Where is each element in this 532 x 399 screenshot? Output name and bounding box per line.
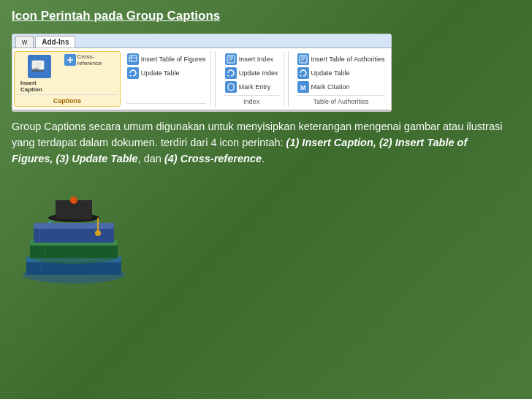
mark-entry-label: Mark Entry <box>239 83 271 91</box>
update-table-figures-button[interactable]: Update Table <box>125 66 208 80</box>
page-title: Icon Perintah pada Group Captions <box>12 9 520 23</box>
update-table-figures-label: Update Table <box>141 69 180 77</box>
group-separator-1 <box>215 51 216 107</box>
insert-caption-icon: ABC <box>28 55 51 78</box>
svg-point-33 <box>70 197 77 204</box>
cross-reference-icon <box>64 54 76 66</box>
insert-index-label: Insert Index <box>239 56 273 63</box>
tab-w[interactable]: w <box>15 36 34 48</box>
update-index-button[interactable]: Update Index <box>223 66 281 80</box>
insert-toa-label: Insert Table of Authorities <box>311 56 385 63</box>
item-4: (4) Cross-reference <box>164 153 262 164</box>
page-container: Icon Perintah pada Group Captions w Add-… <box>0 0 532 399</box>
svg-marker-14 <box>227 75 229 77</box>
svg-rect-15 <box>300 56 307 63</box>
insert-table-figures-icon <box>127 53 139 65</box>
group-toa: Insert Table of Authorities Update Table <box>292 51 390 107</box>
ribbon-tabs: w Add-Ins <box>12 34 391 48</box>
svg-marker-9 <box>129 75 132 77</box>
group-table-figures: Insert Table of Figures Update Table <box>122 51 212 107</box>
period: . <box>262 153 265 164</box>
insert-table-figures-label: Insert Table of Figures <box>141 56 206 63</box>
cross-reference-label: Cross-reference <box>77 53 117 66</box>
svg-rect-6 <box>129 56 137 61</box>
tof-group-label <box>126 103 207 105</box>
update-index-label: Update Index <box>239 69 278 77</box>
svg-text:M: M <box>300 84 306 91</box>
toa-content: Insert Table of Authorities Update Table <box>295 53 387 95</box>
tof-content: Insert Table of Figures Update Table <box>125 53 208 103</box>
svg-point-32 <box>95 230 101 236</box>
mark-entry-button[interactable]: Mark Entry <box>223 80 281 94</box>
update-index-icon <box>225 67 237 79</box>
svg-rect-28 <box>34 223 114 229</box>
mark-citation-label: Mark Citation <box>311 83 350 91</box>
description-text: Group Captions secara umum digunakan unt… <box>12 119 509 167</box>
ribbon-body: ABC Insert Caption <box>12 48 391 111</box>
book-image <box>12 180 129 297</box>
book-svg <box>12 180 136 289</box>
update-toa-button[interactable]: Update Table <box>295 66 387 80</box>
insert-index-button[interactable]: Insert Index <box>223 53 281 66</box>
mark-citation-button[interactable]: M Mark Citation <box>295 80 387 94</box>
toa-group-label: Table of Authorities <box>297 95 385 105</box>
insert-index-icon <box>225 53 237 65</box>
svg-marker-19 <box>300 75 302 77</box>
cross-reference-button[interactable]: Cross-reference <box>64 53 117 66</box>
update-table-figures-icon <box>127 67 139 79</box>
svg-rect-10 <box>227 56 235 63</box>
connector: , dan <box>138 153 164 164</box>
mark-citation-icon: M <box>297 81 309 93</box>
index-content: Insert Index Update Index <box>223 53 281 95</box>
group-index: Insert Index Update Index <box>219 51 284 107</box>
update-toa-icon <box>297 67 309 79</box>
index-group-label: Index <box>224 95 279 105</box>
insert-toa-icon <box>297 53 309 65</box>
group-separator-2 <box>288 51 289 107</box>
group-captions: ABC Insert Caption <box>14 51 121 107</box>
svg-text:ABC: ABC <box>33 67 39 71</box>
update-toa-label: Update Table <box>311 69 350 77</box>
mark-entry-icon <box>225 81 237 93</box>
captions-content: ABC Insert Caption <box>18 53 117 94</box>
insert-caption-label: Insert Caption <box>20 80 58 93</box>
insert-caption-button[interactable]: ABC Insert Caption <box>18 53 61 94</box>
captions-group-label: Captions <box>18 94 117 104</box>
ribbon-container: w Add-Ins ABC <box>12 34 392 112</box>
insert-table-figures-button[interactable]: Insert Table of Figures <box>125 53 208 66</box>
insert-toa-button[interactable]: Insert Table of Authorities <box>295 53 387 66</box>
tab-addins[interactable]: Add-Ins <box>35 36 75 48</box>
